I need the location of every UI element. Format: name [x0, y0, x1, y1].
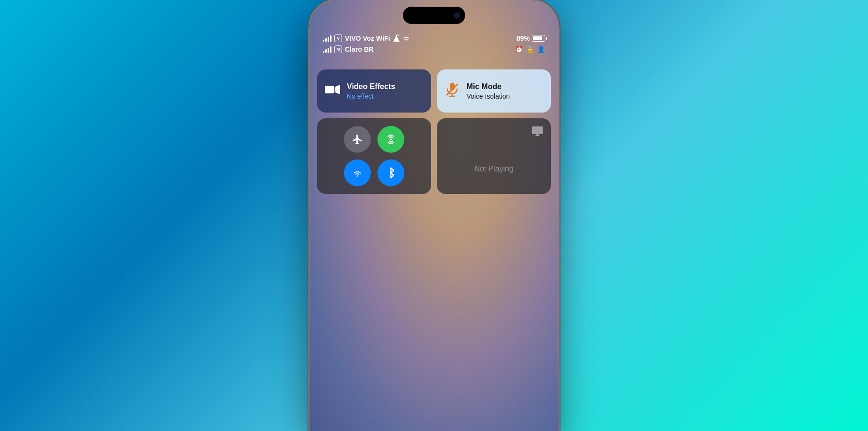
signal-bar [325, 49, 327, 53]
signal-bar [330, 46, 331, 53]
rotation-lock-icon: 🔒 [526, 45, 534, 53]
signal-bars-1 [323, 35, 331, 42]
wifi-toggle-button[interactable] [344, 159, 371, 186]
signal-bar [328, 48, 329, 53]
video-effects-subtitle: No effect [347, 92, 395, 100]
control-center: Video Effects No effect [317, 69, 551, 194]
airplay-icon [532, 126, 543, 139]
status-row-1: V VIVO Voz WiFi ▲̈ 89% [323, 34, 545, 43]
wifi-signal-icon [402, 35, 411, 42]
signal-bar [325, 38, 327, 42]
controls-tile [317, 118, 431, 194]
bluetooth-button[interactable] [377, 159, 404, 186]
signal-bar [330, 35, 331, 42]
not-playing-label: Not Playing [474, 165, 514, 173]
battery-percent-text: 89% [516, 34, 530, 42]
phone-screen: V VIVO Voz WiFi ▲̈ 89% [309, 0, 559, 431]
cellular-button[interactable] [377, 126, 404, 153]
status-row-2: M Claro BR ⏰ 🔒 👤 [323, 45, 545, 53]
carrier-1-name: VIVO Voz WiFi [345, 34, 390, 42]
video-effects-tile[interactable]: Video Effects No effect [317, 69, 431, 113]
carrier-2-badge: M [334, 45, 342, 53]
carrier-2-name: Claro BR [345, 45, 374, 53]
signal-bars-2 [323, 46, 331, 53]
svg-rect-0 [325, 86, 334, 93]
top-row: Video Effects No effect [317, 69, 551, 113]
controls-row-2 [325, 159, 423, 186]
now-playing-tile[interactable]: Not Playing [437, 118, 551, 194]
signal-bar [323, 51, 324, 53]
carrier-2-info: M Claro BR [323, 45, 374, 53]
signal-bar [328, 37, 329, 42]
status-icons: ⏰ 🔒 👤 [515, 45, 545, 53]
signal-bar [323, 40, 324, 42]
video-effects-title: Video Effects [347, 82, 395, 91]
mic-mode-title: Mic Mode [467, 82, 510, 91]
status-bar: V VIVO Voz WiFi ▲̈ 89% [309, 34, 559, 53]
carrier-1-info: V VIVO Voz WiFi ▲̈ [323, 34, 411, 43]
phone-frame: V VIVO Voz WiFi ▲̈ 89% [309, 0, 559, 431]
mic-mode-text-group: Mic Mode Voice Isolation [467, 82, 510, 100]
svg-point-6 [390, 138, 392, 140]
battery-fill [533, 36, 542, 40]
mic-mode-subtitle: Voice Isolation [467, 92, 510, 100]
mic-slash-icon [445, 82, 460, 101]
alarm-icon: ⏰ [515, 45, 523, 53]
person-icon: 👤 [537, 45, 545, 53]
carrier-1-badge: V [334, 34, 342, 42]
camera-dot [455, 13, 459, 18]
wifi-icon: ▲̈ [393, 34, 399, 43]
battery-icon [532, 35, 545, 42]
video-effects-text-group: Video Effects No effect [347, 82, 395, 100]
phone-container: V VIVO Voz WiFi ▲̈ 89% [300, 0, 568, 431]
controls-row-1 [325, 126, 423, 153]
video-camera-icon [325, 83, 340, 99]
bottom-row: Not Playing [317, 118, 551, 194]
svg-marker-1 [335, 85, 340, 94]
battery-info: 89% [516, 34, 545, 42]
dynamic-island [403, 7, 465, 24]
airplane-mode-button[interactable] [344, 126, 371, 153]
mic-mode-tile[interactable]: Mic Mode Voice Isolation [437, 69, 551, 113]
